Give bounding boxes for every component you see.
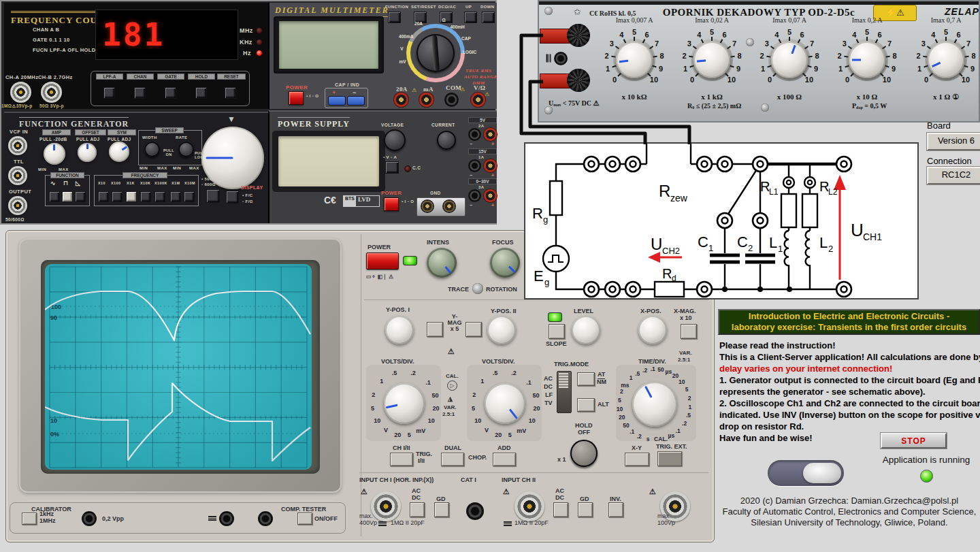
decade-mult-label: x 100 Ω [749,93,830,101]
decade-knobs: Imax 0,007 A 012345678910 x 10 kΩ Imax 0… [0,0,980,552]
decade-mult-label: x 10 Ω [826,93,908,101]
decade-mult-label: x 10 kΩ [593,93,675,101]
decade-imax-label: Imax 0,02 A [671,16,753,24]
decade-mult-label: x 1 kΩ [671,93,753,101]
remote-lab-app: FREQUENCY COUNTER CHAN A B GATE 0.1 1 10… [0,0,980,552]
decade-mult-label: x 1 Ω ① [905,93,980,101]
decade-imax-label: Imax 0,07 A [749,16,830,24]
decade-imax-label: Imax 0,2 A [826,16,908,24]
decade-imax-label: Imax 0,007 A [593,16,675,24]
decade-imax-label: Imax 0,7 A [905,16,980,24]
